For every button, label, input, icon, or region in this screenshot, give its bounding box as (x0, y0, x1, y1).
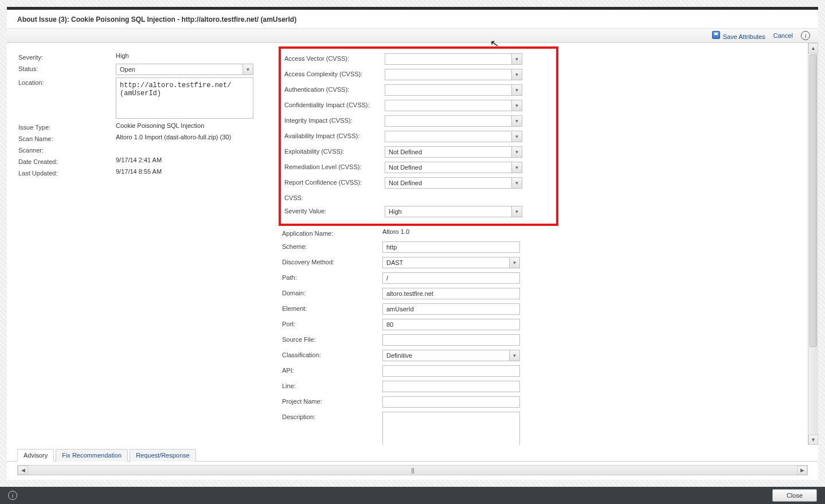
last-updated-value: 9/17/14 8:55 AM (116, 168, 259, 175)
remediation-level-label: Remediation Level (CVSS): (284, 162, 385, 170)
element-input[interactable] (382, 303, 520, 315)
access-complexity-label: Access Complexity (CVSS): (284, 69, 385, 77)
severity-value-label: Severity Value: (284, 206, 385, 214)
scheme-input[interactable] (382, 241, 520, 253)
access-vector-select[interactable]: ▼ (385, 53, 522, 65)
access-vector-label: Access Vector (CVSS): (284, 53, 385, 62)
last-updated-label: Last Updated: (18, 168, 116, 177)
issue-form-scroll-area[interactable]: Severity: High Status: Open ▼ Location: (7, 43, 808, 445)
chevron-down-icon: ▼ (511, 85, 522, 95)
application-name-value: Altoro 1.0 (382, 228, 552, 235)
authentication-select[interactable]: ▼ (385, 84, 522, 96)
severity-value-select[interactable]: High ▼ (385, 206, 522, 217)
chevron-down-icon: ▼ (243, 64, 253, 75)
scanner-label: Scanner: (18, 145, 116, 154)
port-input[interactable] (382, 319, 520, 330)
line-input[interactable] (382, 381, 520, 392)
path-label: Path: (282, 272, 382, 281)
api-label: API: (282, 365, 382, 374)
scrollbar-track[interactable]: ||| (28, 466, 797, 475)
chevron-down-icon: ▼ (511, 178, 522, 188)
scroll-left-arrow-icon[interactable]: ◀ (18, 466, 28, 475)
discovery-method-select[interactable]: DAST ▼ (382, 257, 520, 268)
scan-name-label: Scan Name: (18, 134, 116, 142)
application-name-label: Application Name: (282, 228, 382, 237)
location-textarea[interactable] (116, 77, 253, 119)
severity-label: Severity: (18, 52, 116, 61)
grip-icon: ||| (411, 467, 414, 474)
dialog-title: About Issue (3): Cookie Poisoning SQL In… (17, 15, 808, 24)
horizontal-scrollbar[interactable]: ◀ ||| ▶ (17, 465, 808, 475)
tab-advisory[interactable]: Advisory (17, 449, 54, 462)
right-attributes-column: Access Vector (CVSS): ▼ Access Complexit… (282, 51, 552, 445)
tab-request-response[interactable]: Request/Response (130, 449, 196, 462)
availability-impact-select[interactable]: ▼ (385, 131, 522, 142)
location-label: Location: (18, 77, 116, 86)
domain-input[interactable] (382, 288, 520, 299)
report-confidence-label: Report Confidence (CVSS): (284, 177, 385, 186)
remediation-level-select[interactable]: Not Defined ▼ (385, 162, 522, 173)
cvss-highlighted-block: Access Vector (CVSS): ▼ Access Complexit… (279, 46, 558, 226)
exploitability-label: Exploitability (CVSS): (284, 146, 385, 155)
scheme-label: Scheme: (282, 241, 382, 250)
port-label: Port: (282, 319, 382, 327)
discovery-method-label: Discovery Method: (282, 257, 382, 265)
left-attributes-column: Severity: High Status: Open ▼ Location: (18, 51, 259, 178)
date-created-value: 9/17/14 2:41 AM (116, 157, 259, 163)
scroll-down-arrow-icon[interactable]: ▼ (808, 435, 818, 445)
confidentiality-impact-select[interactable]: ▼ (385, 100, 522, 111)
description-textarea[interactable] (382, 412, 520, 445)
api-input[interactable] (382, 365, 520, 377)
domain-label: Domain: (282, 288, 382, 296)
scrollbar-thumb[interactable] (810, 54, 817, 347)
cancel-link[interactable]: Cancel (773, 32, 793, 39)
toolbar: Save Attributes Cancel i (7, 28, 818, 43)
bottom-bar: i Close (0, 487, 825, 504)
chevron-down-icon: ▼ (511, 162, 522, 173)
scroll-right-arrow-icon[interactable]: ▶ (797, 466, 807, 475)
chevron-down-icon: ▼ (509, 350, 519, 361)
issue-type-value: Cookie Poisoning SQL Injection (116, 122, 259, 129)
status-label: Status: (18, 64, 116, 72)
classification-select[interactable]: Definitive ▼ (382, 350, 520, 361)
line-label: Line: (282, 381, 382, 389)
project-name-label: Project Name: (282, 396, 382, 405)
save-attributes-link[interactable]: Save Attributes (712, 31, 765, 40)
info-icon[interactable]: i (801, 31, 810, 40)
chevron-down-icon: ▼ (511, 131, 522, 142)
save-attributes-label: Save Attributes (723, 33, 765, 40)
issue-type-label: Issue Type: (18, 122, 116, 131)
source-file-input[interactable] (382, 334, 520, 346)
chevron-down-icon: ▼ (511, 147, 522, 157)
integrity-impact-label: Integrity Impact (CVSS): (284, 115, 385, 124)
vertical-scrollbar[interactable]: ▲ ▼ (808, 43, 818, 445)
classification-label: Classification: (282, 350, 382, 358)
exploitability-select[interactable]: Not Defined ▼ (385, 146, 522, 158)
availability-impact-label: Availability Impact (CVSS): (284, 131, 385, 139)
confidentiality-impact-label: Confidentiality Impact (CVSS): (284, 100, 385, 108)
source-file-label: Source File: (282, 334, 382, 343)
chevron-down-icon: ▼ (511, 69, 522, 80)
status-select-text: Open (116, 64, 243, 75)
element-label: Element: (282, 303, 382, 312)
chevron-down-icon: ▼ (511, 116, 522, 126)
scroll-up-arrow-icon[interactable]: ▲ (808, 43, 818, 53)
path-input[interactable] (382, 272, 520, 284)
date-created-label: Date Created: (18, 157, 116, 165)
access-complexity-select[interactable]: ▼ (385, 69, 522, 80)
chevron-down-icon: ▼ (509, 257, 519, 268)
close-button[interactable]: Close (772, 489, 817, 502)
report-confidence-select[interactable]: Not Defined ▼ (385, 177, 522, 189)
chevron-down-icon: ▼ (511, 100, 522, 111)
save-icon (712, 31, 720, 39)
cvss-label: CVSS: (284, 193, 385, 201)
severity-value: High (116, 52, 259, 59)
integrity-impact-select[interactable]: ▼ (385, 115, 522, 127)
project-name-input[interactable] (382, 396, 520, 408)
detail-tabs: Advisory Fix Recommendation Request/Resp… (7, 448, 818, 462)
info-icon[interactable]: i (8, 491, 17, 500)
status-select[interactable]: Open ▼ (116, 64, 253, 75)
chevron-down-icon: ▼ (511, 54, 522, 64)
tab-fix-recommendation[interactable]: Fix Recommendation (56, 449, 128, 462)
description-label: Description: (282, 412, 382, 420)
